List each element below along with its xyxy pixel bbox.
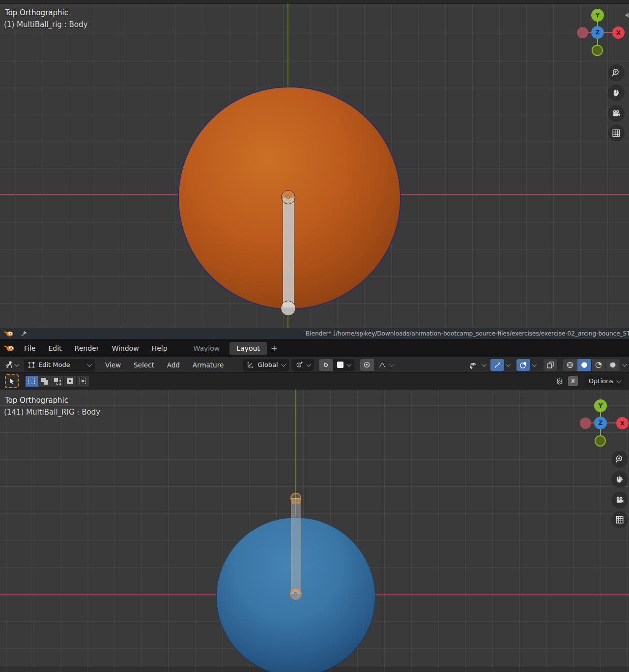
camera-view-button[interactable] — [608, 105, 625, 122]
pivot-point-dropdown[interactable] — [292, 359, 314, 371]
pan-button[interactable] — [611, 471, 628, 488]
gizmo-axis-x-negative[interactable] — [580, 418, 591, 429]
sidebar-toggle-icon[interactable] — [625, 13, 629, 18]
zoom-button[interactable] — [608, 64, 625, 81]
shading-solid-button[interactable] — [577, 359, 591, 371]
workspace-tab-layout[interactable]: Layout — [229, 342, 267, 355]
blender-window: Top Orthographic (1) MultiBall_rig : Bod… — [0, 0, 629, 672]
gizmo-axis-y-negative[interactable] — [595, 435, 606, 447]
view-name-label: Top Orthographic — [5, 8, 68, 17]
select-extend-icon — [41, 378, 48, 385]
xray-toggle[interactable] — [543, 359, 557, 371]
gizmo-axis-y-positive[interactable]: Y — [591, 9, 604, 22]
pan-button[interactable] — [608, 84, 625, 101]
chevron-down-icon[interactable] — [506, 362, 511, 367]
menu-armature[interactable]: Armature — [186, 361, 230, 369]
selected-bone-tail-joint[interactable] — [290, 588, 302, 600]
gizmo-axis-x-negative[interactable] — [577, 27, 588, 38]
shading-material-button[interactable] — [592, 359, 605, 371]
select-new-icon — [29, 378, 35, 384]
editor-type-selector[interactable] — [3, 361, 20, 369]
top-editor-edge — [0, 0, 629, 4]
menu-file[interactable]: File — [18, 344, 42, 352]
options-dropdown[interactable]: Options — [585, 375, 624, 387]
blender-menu-logo-icon[interactable] — [4, 344, 15, 352]
chevron-down-icon[interactable] — [622, 362, 627, 367]
shading-mode-group — [563, 359, 620, 371]
magnifier-plus-icon — [612, 68, 621, 77]
viewport-header: Edit Mode View Select Add Armature Globa… — [0, 357, 629, 372]
select-intersect-button[interactable] — [77, 376, 89, 387]
chevron-down-icon[interactable] — [482, 362, 486, 367]
gizmo-axis-x-positive[interactable]: X — [612, 27, 625, 39]
proportional-circle-icon — [363, 361, 371, 368]
gizmo-axis-x-positive[interactable]: X — [616, 417, 629, 429]
active-object-label: (141) MultiBall_RIG : Body — [4, 408, 100, 417]
proportional-falloff-dropdown[interactable] — [374, 359, 397, 371]
movie-camera-icon — [612, 109, 621, 118]
active-tool-tweak[interactable] — [5, 374, 19, 388]
show-overlays-toggle[interactable] — [516, 359, 530, 371]
show-gizmo-visibility-button[interactable] — [466, 359, 480, 371]
chevron-down-icon — [281, 362, 286, 367]
mode-dropdown[interactable]: Edit Mode — [24, 359, 95, 371]
selected-armature-bone[interactable] — [291, 498, 301, 594]
gizmo-axis-y-negative[interactable] — [592, 45, 603, 56]
gizmo-group — [490, 359, 510, 371]
chevron-down-icon — [87, 362, 92, 367]
menu-help[interactable]: Help — [145, 344, 174, 352]
gizmo-axis-z-positive[interactable]: Z — [594, 417, 607, 429]
view-rotation-gizmo[interactable]: Y Z X — [574, 9, 621, 56]
projection-toggle-button[interactable] — [611, 511, 628, 528]
mirror-x-toggle[interactable]: X — [568, 376, 578, 386]
window-titlebar: Blender* [/home/spikey/Downloads/animati… — [0, 328, 629, 339]
viewport-3d-bottom[interactable]: Top Orthographic (141) MultiBall_RIG : B… — [0, 389, 629, 672]
bone-tail-point — [294, 592, 297, 595]
select-subtract-button[interactable] — [51, 376, 63, 387]
projection-toggle-button[interactable] — [608, 125, 625, 141]
chevron-down-icon[interactable] — [532, 362, 537, 367]
gizmo-axis-y-positive[interactable]: Y — [594, 399, 607, 412]
show-gizmo-toggle[interactable] — [490, 359, 504, 371]
select-invert-button[interactable] — [64, 376, 76, 387]
cursor-arrow-icon — [8, 378, 15, 385]
magnet-icon — [322, 361, 329, 368]
proportional-editing-toggle[interactable] — [360, 359, 374, 371]
snap-toggle-button[interactable] — [319, 359, 333, 371]
overlays-group — [516, 359, 536, 371]
eye-cursor-icon — [469, 361, 478, 369]
armature-editor-icon — [5, 361, 13, 369]
selected-bone-head-joint[interactable] — [290, 493, 301, 504]
falloff-curve-icon — [378, 362, 386, 368]
view-rotation-gizmo[interactable]: Y Z X — [577, 399, 624, 447]
snap-target-dropdown[interactable] — [333, 359, 354, 371]
menu-window[interactable]: Window — [105, 344, 145, 352]
add-workspace-button[interactable]: + — [267, 343, 282, 353]
zoom-button[interactable] — [611, 451, 628, 468]
material-sphere-icon — [595, 361, 602, 369]
shading-rendered-button[interactable] — [606, 359, 620, 371]
shading-wireframe-button[interactable] — [563, 359, 577, 371]
chevron-down-icon — [346, 362, 351, 367]
gizmo-axis-z-positive[interactable]: Z — [591, 26, 604, 39]
transform-orientation-dropdown[interactable]: Global — [243, 359, 288, 371]
window-title: Blender* [/home/spikey/Downloads/animati… — [306, 328, 629, 339]
armature-bone[interactable] — [283, 197, 294, 308]
select-intersect-icon — [80, 378, 86, 384]
camera-view-button[interactable] — [611, 492, 628, 508]
pin-icon[interactable] — [21, 330, 28, 337]
workspace-tab-waylow[interactable]: Waylow — [187, 342, 227, 355]
viewport-3d-top[interactable]: Top Orthographic (1) MultiBall_rig : Bod… — [0, 0, 629, 328]
menu-add[interactable]: Add — [161, 361, 186, 369]
menu-select[interactable]: Select — [127, 361, 161, 369]
bone-tail-joint[interactable] — [281, 301, 296, 316]
topbar-menu: File Edit Render Window Help Waylow Layo… — [0, 339, 629, 357]
chevron-down-icon — [306, 362, 311, 367]
menu-edit[interactable]: Edit — [42, 344, 68, 352]
bone-head-joint[interactable] — [281, 190, 295, 204]
select-extend-button[interactable] — [38, 376, 51, 387]
select-set-button[interactable] — [26, 376, 38, 387]
menu-render[interactable]: Render — [68, 344, 106, 352]
menu-view[interactable]: View — [99, 361, 127, 369]
chevron-down-icon — [616, 378, 621, 383]
